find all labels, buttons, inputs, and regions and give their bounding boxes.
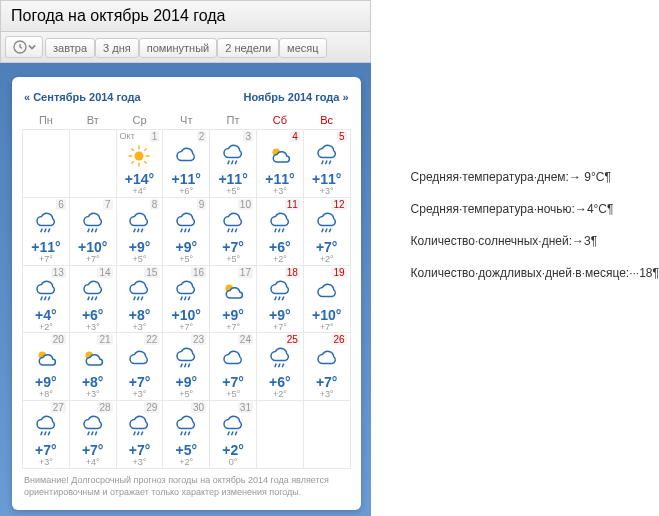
temp-low: +8° (23, 389, 69, 400)
tab-2[interactable]: поминутный (139, 38, 218, 58)
svg-line-60 (278, 364, 280, 368)
temp-low: +4° (70, 457, 116, 468)
temp-high: +10° (163, 308, 209, 322)
page-title: Погода на октябрь 2014 года (11, 7, 226, 25)
day-cell[interactable]: 7+10°+7° (69, 197, 116, 265)
day-cell[interactable]: 22+7°+3° (116, 333, 163, 401)
day-cell[interactable]: 3+11°+5° (210, 130, 257, 198)
temp-high: +7° (304, 240, 350, 254)
day-cell[interactable]: 30+5°+2° (163, 401, 210, 469)
day-cell[interactable]: 28+7°+4° (69, 401, 116, 469)
svg-point-1 (135, 152, 144, 161)
svg-line-25 (142, 228, 144, 232)
temp-low: +7° (70, 254, 116, 265)
temp-high: +6° (70, 308, 116, 322)
temp-low: +5° (163, 254, 209, 265)
prev-month-link[interactable]: « Сентябрь 2014 года (24, 91, 141, 103)
stats-panel: Средняя·температура·днем:→ 9°С¶Средняя·т… (371, 0, 659, 516)
day-cell[interactable]: 20+9°+8° (23, 333, 70, 401)
day-number: 4 (290, 131, 300, 142)
day-cell[interactable]: 12+7°+2° (303, 197, 350, 265)
day-number: 7 (103, 199, 113, 210)
temp-high: +6° (257, 375, 303, 389)
svg-line-57 (185, 364, 187, 368)
day-cell[interactable]: 11+6°+2° (256, 197, 303, 265)
day-cell[interactable]: 27+7°+3° (23, 401, 70, 469)
day-number: 9 (197, 199, 207, 210)
svg-line-67 (95, 432, 97, 436)
day-cell[interactable]: 2+11°+6° (163, 130, 210, 198)
day-number: 27 (51, 402, 66, 413)
temp-low: +7° (23, 254, 69, 265)
tab-3[interactable]: 2 недели (217, 38, 279, 58)
svg-line-31 (235, 228, 237, 232)
day-cell[interactable]: 16+10°+7° (163, 265, 210, 333)
day-cell[interactable]: 21+8°+3° (69, 333, 116, 401)
month-label: Окт (120, 131, 135, 141)
day-cell[interactable]: 14+6°+3° (69, 265, 116, 333)
svg-line-56 (181, 364, 183, 368)
day-cell[interactable]: 4+11°+3° (256, 130, 303, 198)
temp-high: +7° (117, 443, 163, 457)
day-number: 25 (285, 334, 300, 345)
temp-high: +7° (117, 375, 163, 389)
day-cell[interactable]: 26+7°+3° (303, 333, 350, 401)
temp-low: +7° (304, 322, 350, 333)
day-cell[interactable]: 29+7°+3° (116, 401, 163, 469)
svg-line-72 (185, 432, 187, 436)
temp-low: +2° (163, 457, 209, 468)
day-cell[interactable]: 6+11°+7° (23, 197, 70, 265)
day-cell[interactable]: 15+8°+3° (116, 265, 163, 333)
tab-1[interactable]: 3 дня (95, 38, 139, 58)
temp-high: +11° (23, 240, 69, 254)
weekday-header: Чт (163, 111, 210, 130)
tab-0[interactable]: завтра (45, 38, 95, 58)
day-cell[interactable]: 17+9°+7° (210, 265, 257, 333)
empty-cell (69, 130, 116, 198)
day-cell[interactable]: 24+7°+5° (210, 333, 257, 401)
day-cell[interactable]: 19+10°+7° (303, 265, 350, 333)
temp-low: +4° (117, 186, 163, 197)
day-cell[interactable]: 23+9°+5° (163, 333, 210, 401)
svg-line-22 (95, 228, 97, 232)
day-number: 29 (144, 402, 159, 413)
next-month-link[interactable]: Ноябрь 2014 года » (244, 91, 349, 103)
chevron-down-icon (28, 43, 36, 51)
svg-line-36 (325, 228, 327, 232)
temp-high: +7° (23, 443, 69, 457)
temp-low: +3° (70, 389, 116, 400)
header-bar: Погода на октябрь 2014 года (0, 0, 371, 32)
svg-line-58 (189, 364, 191, 368)
day-cell[interactable]: 8+9°+5° (116, 197, 163, 265)
day-cell[interactable]: 13+4°+2° (23, 265, 70, 333)
svg-line-37 (329, 228, 331, 232)
svg-line-9 (145, 149, 147, 151)
svg-line-63 (44, 432, 46, 436)
day-cell[interactable]: 31+2°0° (210, 401, 257, 469)
svg-line-21 (91, 228, 93, 232)
svg-line-38 (41, 296, 43, 300)
day-number: 16 (191, 267, 206, 278)
svg-line-51 (275, 296, 277, 300)
day-cell[interactable]: 9+9°+5° (163, 197, 210, 265)
temp-high: +2° (210, 443, 256, 457)
day-cell[interactable]: 18+9°+7° (256, 265, 303, 333)
svg-line-18 (44, 228, 46, 232)
day-cell[interactable]: 5+11°+3° (303, 130, 350, 198)
temp-low: +5° (210, 254, 256, 265)
temp-high: +11° (304, 172, 350, 186)
svg-line-43 (95, 296, 97, 300)
temp-high: +9° (210, 308, 256, 322)
history-button[interactable] (5, 36, 43, 58)
svg-line-35 (321, 228, 323, 232)
stat-line: Средняя·температура·днем:→ 9°С¶ (411, 170, 659, 184)
svg-line-49 (189, 296, 191, 300)
day-number: 3 (243, 131, 253, 142)
svg-line-34 (282, 228, 284, 232)
tab-4[interactable]: месяц (279, 38, 326, 58)
day-cell[interactable]: 10+7°+5° (210, 197, 257, 265)
day-cell[interactable]: Окт1+14°+4° (116, 130, 163, 198)
day-number: 18 (285, 267, 300, 278)
day-cell[interactable]: 25+6°+2° (256, 333, 303, 401)
svg-line-16 (329, 161, 331, 165)
